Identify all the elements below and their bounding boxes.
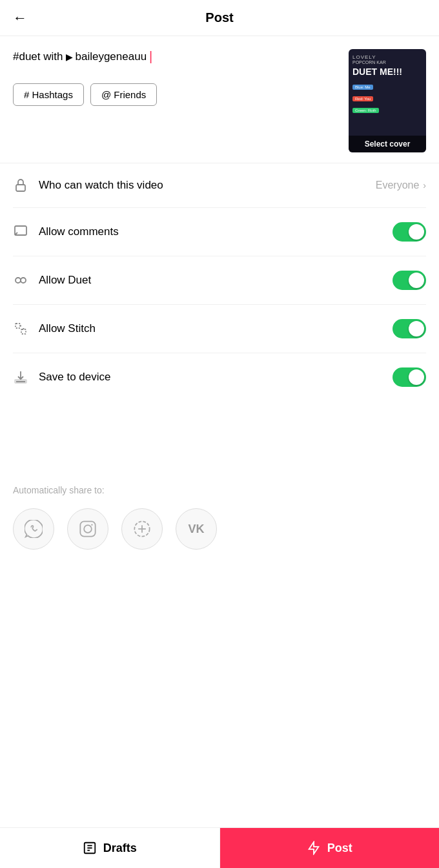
page-title: Post bbox=[205, 10, 233, 25]
save-to-device-label: Save to device bbox=[39, 371, 393, 384]
caption-text[interactable]: #duet with ▶ baileygeneauu | bbox=[13, 49, 338, 64]
spacer bbox=[0, 401, 439, 466]
badge-blue: Blue: Me bbox=[352, 85, 373, 90]
save-to-device-toggle[interactable] bbox=[393, 367, 426, 387]
svg-rect-0 bbox=[16, 185, 25, 191]
allow-duet-label: Allow Duet bbox=[39, 274, 393, 287]
badge-red: Red: You bbox=[352, 96, 373, 101]
badge-green: Green: Roth bbox=[352, 108, 379, 113]
post-icon bbox=[307, 841, 321, 855]
vk-button[interactable]: VK bbox=[176, 508, 217, 550]
svg-rect-8 bbox=[15, 380, 26, 383]
friends-button[interactable]: @ Friends bbox=[90, 83, 157, 106]
allow-stitch-row: Allow Stitch bbox=[13, 305, 426, 353]
save-to-device-row: Save to device bbox=[13, 353, 426, 401]
share-section: Automatically share to: VK bbox=[0, 466, 439, 563]
svg-point-2 bbox=[15, 278, 21, 283]
header: ← Post bbox=[0, 0, 439, 36]
save-icon bbox=[13, 369, 39, 385]
allow-stitch-toggle[interactable] bbox=[393, 319, 426, 338]
who-can-watch-value-area: Everyone › bbox=[376, 180, 426, 191]
settings-section: Who can watch this video Everyone › Allo… bbox=[0, 163, 439, 401]
thumb-popcorn-text: POPCORN KAR bbox=[352, 60, 422, 65]
caption-area: #duet with ▶ baileygeneauu | # Hashtags … bbox=[0, 36, 439, 163]
who-can-watch-value: Everyone bbox=[376, 180, 420, 191]
vk-icon: VK bbox=[188, 522, 204, 536]
play-icon: ▶ bbox=[66, 52, 73, 62]
svg-point-11 bbox=[91, 524, 92, 525]
username: baileygeneauu bbox=[76, 50, 147, 63]
back-button[interactable]: ← bbox=[13, 10, 27, 26]
hashtags-button[interactable]: # Hashtags bbox=[13, 83, 84, 106]
text-cursor: | bbox=[149, 49, 152, 64]
lock-svg bbox=[13, 178, 28, 193]
bottom-bar: Drafts Post bbox=[0, 827, 439, 868]
instagram-icon bbox=[79, 520, 97, 538]
allow-comments-row: Allow comments bbox=[13, 208, 426, 256]
duet-svg bbox=[13, 273, 28, 288]
back-icon: ← bbox=[13, 10, 27, 26]
svg-point-3 bbox=[21, 278, 26, 283]
share-label: Automatically share to: bbox=[13, 485, 426, 495]
svg-rect-4 bbox=[15, 324, 20, 328]
comment-icon bbox=[13, 224, 39, 240]
whatsapp-icon bbox=[25, 520, 43, 538]
allow-duet-toggle[interactable] bbox=[393, 271, 426, 290]
drafts-button[interactable]: Drafts bbox=[0, 828, 220, 868]
video-thumbnail[interactable]: LOVELY POPCORN KAR DUET ME!!! Blue: Me R… bbox=[349, 49, 426, 152]
who-can-watch-row[interactable]: Who can watch this video Everyone › bbox=[13, 163, 426, 208]
instagram-button[interactable] bbox=[67, 508, 108, 550]
thumb-lovely-text: LOVELY bbox=[352, 54, 422, 60]
allow-comments-label: Allow comments bbox=[39, 225, 393, 238]
svg-rect-5 bbox=[21, 329, 26, 334]
duet-icon bbox=[13, 273, 39, 288]
tag-buttons: # Hashtags @ Friends bbox=[13, 83, 338, 106]
svg-rect-9 bbox=[80, 521, 95, 536]
post-label: Post bbox=[327, 842, 352, 855]
thumbnail-content: LOVELY POPCORN KAR DUET ME!!! Blue: Me R… bbox=[349, 49, 426, 119]
tiktok-add-icon bbox=[133, 520, 151, 538]
whatsapp-button[interactable] bbox=[13, 508, 54, 550]
drafts-icon bbox=[83, 841, 97, 855]
post-button[interactable]: Post bbox=[220, 828, 440, 868]
caption-input-area: #duet with ▶ baileygeneauu | # Hashtags … bbox=[13, 49, 338, 106]
allow-comments-toggle[interactable] bbox=[393, 222, 426, 242]
allow-duet-row: Allow Duet bbox=[13, 256, 426, 305]
stitch-svg bbox=[13, 321, 28, 336]
comment-svg bbox=[13, 224, 28, 240]
share-icons: VK bbox=[13, 508, 426, 550]
thumb-duet-text: DUET ME!!! bbox=[352, 67, 422, 77]
svg-point-10 bbox=[84, 525, 92, 533]
save-svg bbox=[13, 369, 28, 385]
drafts-label: Drafts bbox=[103, 842, 137, 855]
select-cover-label[interactable]: Select cover bbox=[349, 136, 426, 152]
tiktok-add-button[interactable] bbox=[121, 508, 163, 550]
lock-icon bbox=[13, 178, 39, 193]
chevron-right-icon: › bbox=[423, 180, 426, 191]
stitch-icon bbox=[13, 321, 39, 336]
allow-stitch-label: Allow Stitch bbox=[39, 322, 393, 335]
who-can-watch-label: Who can watch this video bbox=[39, 179, 376, 192]
duet-prefix: #duet with bbox=[13, 50, 63, 63]
